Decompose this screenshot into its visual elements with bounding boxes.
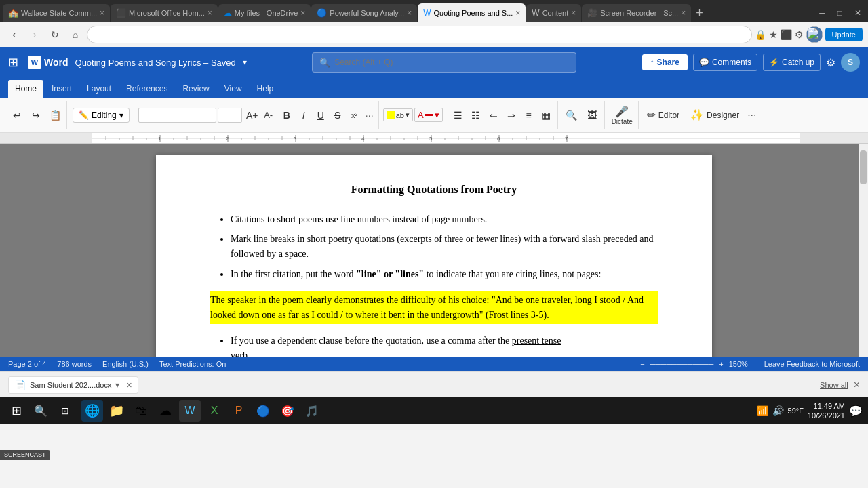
- network-icon[interactable]: 📶: [757, 405, 768, 416]
- font-grow-button[interactable]: A+: [245, 108, 260, 123]
- forward-button[interactable]: ›: [26, 26, 43, 43]
- zoom-slider[interactable]: ────────────: [650, 360, 714, 368]
- back-button[interactable]: ‹: [5, 26, 23, 43]
- editing-mode-button[interactable]: ✏️ Editing ▾: [73, 108, 130, 123]
- strikethrough-button[interactable]: S: [330, 107, 346, 123]
- dictate-button[interactable]: 🎤 Dictate: [609, 104, 635, 127]
- more-formatting-button[interactable]: ···: [363, 107, 376, 123]
- more-ribbon-button[interactable]: ···: [746, 108, 757, 123]
- volume-icon[interactable]: 🔊: [772, 405, 784, 416]
- comments-button[interactable]: 💬Comments: [693, 54, 757, 71]
- notification-close-icon[interactable]: ×: [126, 380, 132, 390]
- catch-up-button[interactable]: ⚡Catch up: [763, 54, 821, 71]
- extension-icon-2[interactable]: ★: [769, 29, 778, 40]
- search-taskbar[interactable]: 🔍: [30, 400, 52, 422]
- powerpoint-icon[interactable]: P: [228, 400, 250, 422]
- zoom-out-button[interactable]: −: [640, 360, 644, 368]
- address-bar[interactable]: wallacestateedu-my.sharepoint.com/w:/r/p…: [87, 26, 752, 43]
- editor-button[interactable]: ✏ Editor: [643, 107, 684, 123]
- reload-button[interactable]: ↻: [46, 26, 64, 43]
- browser-tab-3[interactable]: ☁ My files - OneDrive ×: [218, 4, 311, 22]
- clipboard-button[interactable]: 📋: [46, 106, 64, 124]
- zoom-in-button[interactable]: +: [719, 360, 723, 368]
- minimize-icon[interactable]: ─: [815, 7, 829, 19]
- font-name-selector[interactable]: Times New Ro...: [138, 108, 216, 123]
- bullets-button[interactable]: ☰: [450, 107, 467, 123]
- extension-icon-3[interactable]: ⬛: [781, 29, 792, 40]
- restore-icon[interactable]: □: [833, 7, 846, 19]
- new-tab-button[interactable]: +: [692, 6, 707, 20]
- tab-review[interactable]: Review: [176, 80, 216, 98]
- zoom-level[interactable]: 150%: [729, 360, 753, 368]
- settings-icon[interactable]: ⚙: [826, 56, 835, 69]
- explorer-icon[interactable]: 📁: [106, 400, 127, 422]
- store-icon[interactable]: 🛍: [130, 400, 152, 422]
- word-search-input[interactable]: [334, 58, 569, 67]
- notification-bar-close[interactable]: ×: [854, 379, 860, 391]
- app-icon-5[interactable]: 🔵: [252, 400, 274, 422]
- bold-button[interactable]: B: [279, 107, 295, 123]
- close-tab-3[interactable]: ×: [300, 8, 305, 18]
- font-size-selector[interactable]: 12: [218, 108, 242, 123]
- browser-tab-4[interactable]: 🔵 Powerful Song Analy... ×: [311, 4, 417, 22]
- share-button[interactable]: ↑Share: [642, 54, 688, 70]
- onedrive-icon[interactable]: ☁: [155, 400, 176, 422]
- close-tab-1[interactable]: ×: [100, 8, 104, 18]
- browser-tab-5-active[interactable]: W Quoting Poems and S... ×: [418, 3, 526, 22]
- close-tab-4[interactable]: ×: [407, 8, 412, 18]
- close-icon[interactable]: ✕: [850, 7, 865, 19]
- word-app-grid[interactable]: ⊞: [8, 55, 18, 70]
- subscript-button[interactable]: x²: [347, 107, 363, 123]
- tab-insert[interactable]: Insert: [45, 80, 79, 98]
- clock[interactable]: 11:49 AM 10/26/2021: [808, 401, 845, 421]
- page-info[interactable]: Page 2 of 4: [8, 360, 46, 368]
- show-all-button[interactable]: Show all: [820, 381, 848, 389]
- tab-references[interactable]: References: [119, 80, 174, 98]
- word-count[interactable]: 786 words: [57, 360, 92, 368]
- browser-tab-2[interactable]: ⬛ Microsoft Office Hom... ×: [111, 4, 218, 22]
- numbering-button[interactable]: ☷: [468, 107, 484, 123]
- weather-widget[interactable]: 59°F: [788, 407, 804, 415]
- browser-tab-6[interactable]: W Content ×: [526, 4, 581, 22]
- extension-icon-4[interactable]: ⚙: [795, 29, 804, 40]
- excel-icon[interactable]: X: [203, 400, 225, 422]
- doc-title-caret[interactable]: ▾: [243, 58, 247, 67]
- app-icon-7[interactable]: 🎵: [301, 400, 323, 422]
- find-button[interactable]: 🔍: [562, 106, 581, 125]
- close-tab-2[interactable]: ×: [208, 8, 212, 18]
- close-tab-6[interactable]: ×: [571, 8, 576, 18]
- update-button[interactable]: Update: [825, 28, 863, 41]
- profile-avatar[interactable]: [806, 26, 823, 43]
- notification-item[interactable]: 📄 Sam Student 202....docx ▾ ×: [8, 376, 138, 394]
- notification-center-icon[interactable]: 💬: [849, 405, 863, 418]
- undo-button[interactable]: ↩: [8, 106, 26, 124]
- language-info[interactable]: English (U.S.): [102, 360, 149, 368]
- tab-home[interactable]: Home: [8, 80, 43, 98]
- start-button[interactable]: ⊞: [5, 400, 27, 422]
- redo-button[interactable]: ↪: [27, 106, 45, 124]
- browser-tab-7[interactable]: 🎥 Screen Recorder - Sc... ×: [582, 4, 691, 22]
- task-view-button[interactable]: ⊡: [54, 400, 76, 422]
- home-button[interactable]: ⌂: [66, 26, 84, 43]
- extension-icon-1[interactable]: 🔒: [755, 29, 766, 40]
- edge-icon[interactable]: 🌐: [81, 400, 103, 422]
- indent-decrease-button[interactable]: ⇐: [486, 107, 502, 123]
- indent-increase-button[interactable]: ⇒: [503, 107, 519, 123]
- browser-tab-1[interactable]: 🏫 Wallace State Comm... ×: [3, 4, 110, 22]
- designer-button[interactable]: ✨ Designer: [686, 107, 743, 123]
- highlight-color-button[interactable]: ab▾: [383, 108, 413, 121]
- app-icon-6[interactable]: 🎯: [277, 400, 298, 422]
- feedback-link[interactable]: Leave Feedback to Microsoft: [764, 360, 860, 368]
- font-shrink-button[interactable]: A-: [261, 108, 276, 123]
- close-tab-5[interactable]: ×: [515, 8, 520, 18]
- special-chars-button[interactable]: 🖼: [583, 106, 601, 125]
- text-predictions-info[interactable]: Text Predictions: On: [159, 360, 226, 368]
- font-color-button[interactable]: A▾: [414, 108, 443, 122]
- underline-button[interactable]: U: [313, 107, 329, 123]
- italic-button[interactable]: I: [296, 107, 312, 123]
- shading-button[interactable]: ▦: [538, 107, 555, 123]
- word-taskbar-icon[interactable]: W: [179, 400, 201, 422]
- user-avatar[interactable]: S: [841, 53, 860, 72]
- align-button[interactable]: ≡: [521, 107, 537, 123]
- tab-view[interactable]: View: [218, 80, 249, 98]
